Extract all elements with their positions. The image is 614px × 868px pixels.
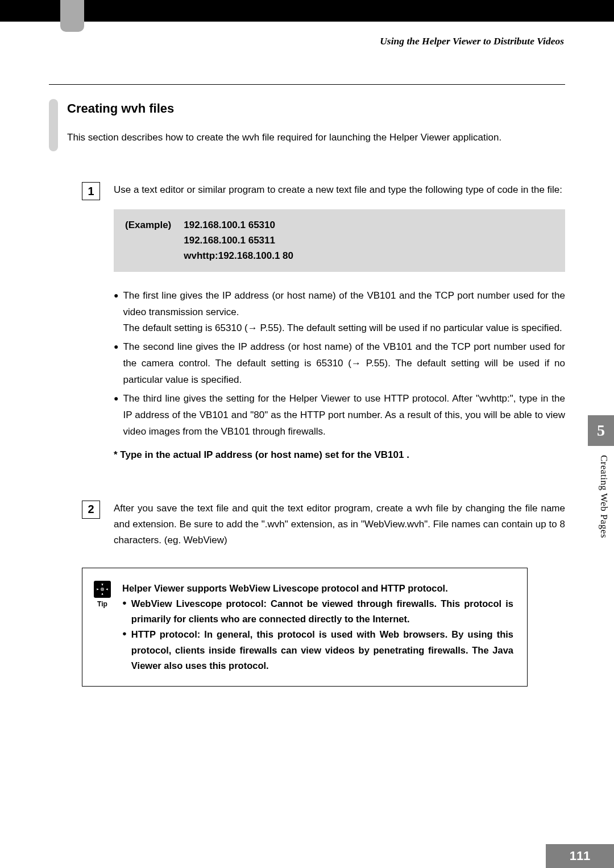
main-content: Creating wvh files This section describe… (49, 84, 565, 687)
step-1: 1 Use a text editor or similar program t… (82, 182, 565, 463)
bullet-item: ● The first line gives the IP address (o… (114, 288, 565, 337)
example-code: 192.168.100.1 65310 192.168.100.1 65311 … (184, 217, 293, 264)
bullet-text: The first line gives the IP address (or … (123, 288, 565, 337)
page-number: 111 (546, 844, 614, 868)
chapter-tab: 5 (588, 415, 614, 446)
intro-text: This section describes how to create the… (67, 132, 501, 143)
tip-bullet-text: HTTP protocol: In general, this protocol… (131, 627, 513, 673)
tip-intro: Helper Viewer supports WebView Livescope… (122, 581, 513, 596)
bullet-text: The second line gives the IP address (or… (123, 339, 565, 388)
step-1-note: * Type in the actual IP address (or host… (114, 447, 565, 463)
tip-box: Tip Helper Viewer supports WebView Lives… (82, 568, 528, 687)
tip-bullet-text: WebView Livescope protocol: Cannot be vi… (131, 596, 513, 627)
bullet-icon: ● (122, 596, 127, 627)
example-label: (Example) (125, 217, 171, 264)
tip-bullet: ● HTTP protocol: In general, this protoc… (122, 627, 513, 673)
heading-decor (49, 99, 58, 151)
step-number: 1 (82, 182, 100, 200)
section-heading: Creating wvh files (67, 101, 501, 116)
bullet-icon: ● (114, 391, 118, 440)
bullet-text: The third line gives the setting for the… (123, 391, 565, 440)
tip-bullet: ● WebView Livescope protocol: Cannot be … (122, 596, 513, 627)
chapter-label: Creating Web Pages (598, 455, 609, 538)
tip-label: Tip (97, 600, 107, 608)
bullet-icon: ● (114, 339, 118, 388)
top-black-bar (0, 0, 614, 22)
bullet-item: ● The second line gives the IP address (… (114, 339, 565, 388)
step-2: 2 After you save the text file and quit … (82, 501, 565, 548)
tip-icon (94, 581, 111, 598)
step-2-lead: After you save the text file and quit th… (114, 501, 565, 548)
step-1-lead: Use a text editor or similar program to … (114, 182, 565, 198)
bullet-icon: ● (122, 627, 127, 673)
top-gray-tab (60, 0, 84, 32)
bullet-icon: ● (114, 288, 118, 337)
example-box: (Example) 192.168.100.1 65310 192.168.10… (114, 209, 565, 272)
breadcrumb: Using the Helper Viewer to Distribute Vi… (380, 35, 564, 47)
step-number: 2 (82, 501, 100, 519)
bullet-item: ● The third line gives the setting for t… (114, 391, 565, 440)
